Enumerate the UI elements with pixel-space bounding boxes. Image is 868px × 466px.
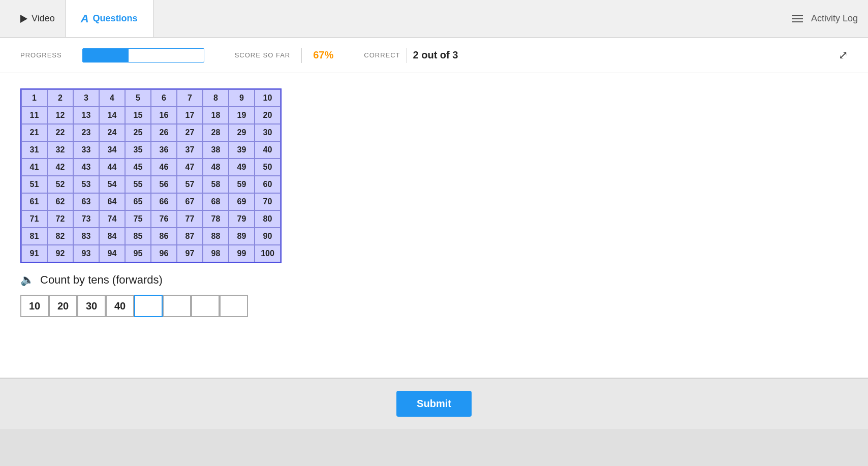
grid-cell: 5 — [125, 89, 151, 107]
grid-row: 21222324252627282930 — [21, 124, 281, 141]
grid-cell: 15 — [125, 107, 151, 124]
questions-icon: A — [81, 12, 89, 25]
grid-cell: 68 — [203, 193, 229, 210]
speaker-icon[interactable]: 🔈 — [20, 273, 34, 287]
grid-cell: 85 — [125, 228, 151, 245]
answer-row: 10203040 — [20, 295, 848, 317]
answer-input-active[interactable] — [134, 295, 163, 317]
grid-cell: 59 — [229, 176, 255, 193]
grid-cell: 43 — [73, 159, 99, 176]
grid-cell: 22 — [47, 124, 73, 141]
grid-cell: 98 — [203, 245, 229, 262]
grid-row: 71727374757677787980 — [21, 210, 281, 228]
grid-cell: 52 — [47, 176, 73, 193]
grid-cell: 47 — [177, 159, 203, 176]
answer-box-filled: 10 — [20, 295, 49, 317]
activity-log-button[interactable]: Activity Log — [792, 13, 858, 24]
grid-cell: 21 — [21, 124, 47, 141]
grid-cell: 24 — [99, 124, 125, 141]
grid-cell: 81 — [21, 228, 47, 245]
submit-footer: Submit — [0, 378, 868, 429]
grid-cell: 49 — [229, 159, 255, 176]
grid-cell: 40 — [255, 141, 281, 159]
grid-cell: 91 — [21, 245, 47, 262]
grid-cell: 53 — [73, 176, 99, 193]
grid-cell: 57 — [177, 176, 203, 193]
grid-cell: 56 — [151, 176, 177, 193]
grid-cell: 88 — [203, 228, 229, 245]
grid-cell: 20 — [255, 107, 281, 124]
score-label: SCORE SO FAR — [235, 51, 291, 59]
grid-cell: 27 — [177, 124, 203, 141]
grid-cell: 94 — [99, 245, 125, 262]
grid-cell: 45 — [125, 159, 151, 176]
question-text: Count by tens (forwards) — [40, 273, 163, 287]
grid-cell: 28 — [203, 124, 229, 141]
correct-value: 2 out of 3 — [413, 49, 458, 61]
grid-cell: 26 — [151, 124, 177, 141]
grid-cell: 83 — [73, 228, 99, 245]
grid-row: 31323334353637383940 — [21, 141, 281, 159]
correct-label: CORRECT — [364, 51, 400, 59]
grid-cell: 71 — [21, 210, 47, 228]
grid-cell: 87 — [177, 228, 203, 245]
grid-cell: 96 — [151, 245, 177, 262]
number-grid: 1234567891011121314151617181920212223242… — [20, 88, 282, 263]
grid-cell: 65 — [125, 193, 151, 210]
progress-bar — [82, 48, 204, 63]
activity-log-icon — [792, 15, 803, 22]
grid-cell: 70 — [255, 193, 281, 210]
question-row: 🔈 Count by tens (forwards) — [20, 273, 848, 287]
grid-cell: 54 — [99, 176, 125, 193]
submit-button[interactable]: Submit — [396, 391, 472, 417]
grid-cell: 10 — [255, 89, 281, 107]
grid-cell: 37 — [177, 141, 203, 159]
grid-row: 61626364656667686970 — [21, 193, 281, 210]
grid-cell: 55 — [125, 176, 151, 193]
answer-box-filled: 20 — [49, 295, 77, 317]
grid-cell: 95 — [125, 245, 151, 262]
grid-cell: 62 — [47, 193, 73, 210]
grid-cell: 39 — [229, 141, 255, 159]
grid-cell: 12 — [47, 107, 73, 124]
grid-cell: 73 — [73, 210, 99, 228]
grid-cell: 61 — [21, 193, 47, 210]
grid-cell: 82 — [47, 228, 73, 245]
grid-cell: 25 — [125, 124, 151, 141]
grid-cell: 14 — [99, 107, 125, 124]
grid-cell: 100 — [255, 245, 281, 262]
grid-cell: 8 — [203, 89, 229, 107]
grid-cell: 7 — [177, 89, 203, 107]
grid-cell: 34 — [99, 141, 125, 159]
grid-row: 919293949596979899100 — [21, 245, 281, 262]
grid-cell: 92 — [47, 245, 73, 262]
grid-cell: 66 — [151, 193, 177, 210]
progress-bar-fill — [83, 49, 129, 62]
grid-cell: 90 — [255, 228, 281, 245]
grid-cell: 76 — [151, 210, 177, 228]
grid-cell: 29 — [229, 124, 255, 141]
grid-cell: 60 — [255, 176, 281, 193]
grid-row: 12345678910 — [21, 89, 281, 107]
progress-section: PROGRESS SCORE SO FAR 67% CORRECT 2 out … — [0, 38, 868, 73]
grid-cell: 30 — [255, 124, 281, 141]
questions-tab[interactable]: A Questions — [65, 0, 153, 37]
play-icon — [20, 15, 27, 23]
grid-cell: 36 — [151, 141, 177, 159]
video-tab[interactable]: Video — [10, 0, 65, 37]
grid-cell: 89 — [229, 228, 255, 245]
expand-button[interactable]: ⤢ — [839, 49, 848, 62]
question-area: 1234567891011121314151617181920212223242… — [0, 73, 868, 378]
grid-cell: 51 — [21, 176, 47, 193]
grid-cell: 6 — [151, 89, 177, 107]
grid-cell: 41 — [21, 159, 47, 176]
progress-label: PROGRESS — [20, 51, 62, 59]
grid-cell: 44 — [99, 159, 125, 176]
grid-cell: 78 — [203, 210, 229, 228]
grid-cell: 9 — [229, 89, 255, 107]
grid-cell: 74 — [99, 210, 125, 228]
grid-cell: 3 — [73, 89, 99, 107]
grid-cell: 2 — [47, 89, 73, 107]
grid-row: 11121314151617181920 — [21, 107, 281, 124]
correct-section: CORRECT 2 out of 3 — [364, 48, 458, 63]
